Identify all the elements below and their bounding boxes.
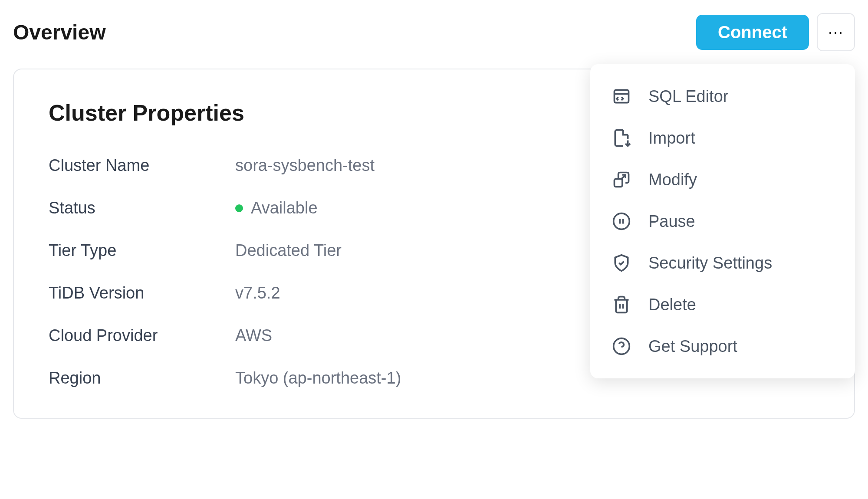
menu-item-sql-editor[interactable]: SQL Editor: [590, 76, 855, 117]
property-label: TiDB Version: [49, 284, 235, 302]
help-icon: [612, 337, 631, 356]
menu-item-label: Import: [648, 129, 695, 148]
menu-item-label: SQL Editor: [648, 87, 728, 106]
property-label: Cluster Name: [49, 156, 235, 175]
sql-editor-icon: [612, 87, 631, 106]
page-header: Overview Connect ···: [13, 13, 855, 51]
status-text: Available: [251, 199, 318, 217]
menu-item-delete[interactable]: Delete: [590, 284, 855, 325]
menu-item-modify[interactable]: Modify: [590, 159, 855, 200]
modify-icon: [612, 170, 631, 189]
shield-icon: [612, 253, 631, 272]
trash-icon: [612, 295, 631, 314]
menu-item-label: Modify: [648, 171, 697, 189]
content-area: Cluster Properties Cluster Name sora-sys…: [13, 69, 855, 419]
connect-button[interactable]: Connect: [696, 15, 809, 50]
property-value: Tokyo (ap-northeast-1): [235, 369, 401, 387]
menu-item-get-support[interactable]: Get Support: [590, 325, 855, 367]
more-dropdown-menu: SQL Editor Import Modify Pause Security: [590, 64, 855, 378]
property-value: v7.5.2: [235, 284, 280, 302]
header-actions: Connect ···: [696, 13, 855, 51]
status-dot-icon: [235, 204, 243, 212]
property-label: Region: [49, 369, 235, 387]
menu-item-security-settings[interactable]: Security Settings: [590, 242, 855, 284]
svg-rect-3: [615, 179, 622, 187]
svg-rect-0: [615, 90, 629, 102]
property-label: Cloud Provider: [49, 326, 235, 345]
property-label: Status: [49, 199, 235, 217]
page-title: Overview: [13, 20, 105, 44]
property-label: Tier Type: [49, 241, 235, 260]
menu-item-label: Get Support: [648, 337, 737, 356]
pause-icon: [612, 212, 631, 231]
more-menu-button[interactable]: ···: [817, 13, 855, 51]
property-value: Dedicated Tier: [235, 241, 342, 260]
menu-item-label: Pause: [648, 212, 695, 231]
property-value: AWS: [235, 326, 272, 345]
property-value: sora-sysbench-test: [235, 156, 375, 175]
svg-point-5: [614, 213, 630, 230]
import-icon: [612, 128, 631, 148]
menu-item-label: Delete: [648, 295, 696, 314]
menu-item-pause[interactable]: Pause: [590, 200, 855, 242]
property-value: Available: [235, 199, 318, 217]
menu-item-import[interactable]: Import: [590, 117, 855, 159]
menu-item-label: Security Settings: [648, 254, 772, 272]
